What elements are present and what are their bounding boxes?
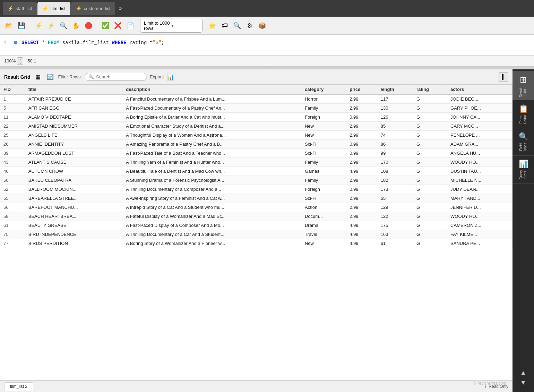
execute-current-button[interactable]: ⚡ xyxy=(45,20,57,31)
table-row[interactable]: 75BIRD INDEPENDENCEA Thrilling Documenta… xyxy=(0,230,513,239)
panel-toggle-button[interactable]: ▌ xyxy=(499,72,508,82)
table-row[interactable]: 5AFRICAN EGGA Fast-Paced Documentary of … xyxy=(0,104,513,113)
table-cell: 2.99 xyxy=(346,158,377,167)
table-row[interactable]: 77BIRDS PERDITIONA Boring Story of a Wom… xyxy=(0,239,513,248)
panel-resize-handle[interactable] xyxy=(0,67,534,69)
zoom-stepper[interactable]: ▴ ▾ xyxy=(17,57,23,65)
sql-editor[interactable]: 1 SELECT * FROM sakila.film_list WHERE r… xyxy=(0,35,534,56)
sidebar-item-field-types[interactable]: 🔍 FieldTypes xyxy=(513,128,534,156)
execute-button[interactable]: ⚡ xyxy=(33,20,44,31)
col-description[interactable]: description xyxy=(122,85,301,94)
check-button[interactable]: ✅ xyxy=(100,20,111,31)
zoom-down-icon[interactable]: ▾ xyxy=(17,61,23,65)
table-cell: New xyxy=(301,122,346,131)
zoom-up-icon[interactable]: ▴ xyxy=(17,58,23,61)
col-title[interactable]: title xyxy=(25,85,122,94)
table-cell: 117 xyxy=(377,94,413,104)
sidebar-down-arrow[interactable]: ▼ xyxy=(519,378,528,388)
bookmark-button[interactable]: ⭐ xyxy=(207,20,218,31)
table-cell: A Boring Story of a Womanizer And a Pion… xyxy=(122,239,301,248)
table-cell: A Boring Epistle of a Butler And a Cat w… xyxy=(122,113,301,122)
col-price[interactable]: price xyxy=(346,85,377,94)
table-cell: 25 xyxy=(0,131,25,140)
sidebar-arrows: ▲ ▼ xyxy=(513,365,534,391)
filter-search-input[interactable] xyxy=(96,74,138,79)
table-row[interactable]: 25ANGELS LIFEA Thoughtful Display of a W… xyxy=(0,131,513,140)
sidebar-item-result-grid[interactable]: ⊞ ResultGrid xyxy=(513,71,534,100)
tab-bar: ⚡ staff_list ⚡ film_list ⚡ customer_list… xyxy=(0,0,534,17)
col-length[interactable]: length xyxy=(377,85,413,94)
col-category[interactable]: category xyxy=(301,85,346,94)
table-cell: G xyxy=(413,194,447,203)
table-cell: A Fast-Paced Documentary of a Pastry Che… xyxy=(122,104,301,113)
stop-button[interactable]: 🛑 xyxy=(83,20,94,31)
table-row[interactable]: 52BALLROOM MOCKIN...A Thrilling Document… xyxy=(0,185,513,194)
explain-button[interactable]: 📄 xyxy=(125,20,136,31)
table-row[interactable]: 58BEACH HEARTBREA...A Fateful Display of… xyxy=(0,212,513,221)
sql-star: * xyxy=(39,39,48,46)
tab-customer-list[interactable]: ⚡ customer_list xyxy=(71,2,115,15)
table-row[interactable]: 61BEAUTY GREASEA Fast-Paced Display of a… xyxy=(0,221,513,230)
table-cell: ANGELA HU... xyxy=(447,149,513,158)
format-button[interactable]: ⚙ xyxy=(244,20,255,31)
table-cell: Foreign xyxy=(301,185,346,194)
snippet-button[interactable]: 🏷 xyxy=(219,20,230,31)
col-rating[interactable]: rating xyxy=(413,85,447,94)
hand-button[interactable]: ✋ xyxy=(70,20,81,31)
refresh-button[interactable]: 🔄 xyxy=(45,72,55,82)
sidebar-result-grid-label: ResultGrid xyxy=(519,87,527,97)
table-cell: Sci-Fi xyxy=(301,140,346,149)
sidebar-item-form-editor[interactable]: 📋 FormEditor xyxy=(513,100,534,128)
export-icon[interactable]: 📊 xyxy=(167,73,174,81)
save-button[interactable]: 💾 xyxy=(16,20,27,31)
table-cell: G xyxy=(413,149,447,158)
tab-film-list[interactable]: ⚡ film_list xyxy=(37,2,70,15)
table-cell: A Awe-Inspiring Story of a Feminist And … xyxy=(122,194,301,203)
sql-semicolon: ; xyxy=(161,39,164,46)
table-cell: BEACH HEARTBREA... xyxy=(25,212,122,221)
table-row[interactable]: 46AUTUMN CROWA Beautiful Tale of a Denti… xyxy=(0,167,513,176)
grid-columns-button[interactable]: ▦ xyxy=(33,72,43,82)
table-row[interactable]: 43ATLANTIS CAUSEA Thrilling Yarn of a Fe… xyxy=(0,158,513,167)
find-button[interactable]: 🔍 xyxy=(58,20,69,31)
tab-staff-list[interactable]: ⚡ staff_list xyxy=(3,2,37,15)
bottom-tab-film-list-2[interactable]: film_list 2 xyxy=(4,382,33,391)
table-cell: WOODY HO... xyxy=(447,212,513,221)
sidebar-up-arrow[interactable]: ▲ xyxy=(519,368,528,378)
toolbar-sep-1 xyxy=(30,21,30,31)
table-cell: 11 xyxy=(0,113,25,122)
table-cell: 2.99 xyxy=(346,122,377,131)
search-toolbar-button[interactable]: 🔍 xyxy=(232,20,243,31)
table-cell: A Thoughtful Display of a Woman And a As… xyxy=(122,131,301,140)
header-row: FID title description category price len… xyxy=(0,85,513,94)
table-cell: AUTUMN CROW xyxy=(25,167,122,176)
config-button[interactable]: 📦 xyxy=(257,20,268,31)
table-cell: 129 xyxy=(377,203,413,212)
table-cell: 86 xyxy=(377,140,413,149)
table-cell: BAKED CLEOPATRA xyxy=(25,176,122,185)
table-row[interactable]: 55BARBARELLA STREE...A Awe-Inspiring Sto… xyxy=(0,194,513,203)
table-row[interactable]: 26ANNIE IDENTITYA Amazing Panorama of a … xyxy=(0,140,513,149)
table-row[interactable]: 39ARMAGEDDON LOSTA Fast-Paced Tale of a … xyxy=(0,149,513,158)
filter-search-box[interactable]: 🔍 xyxy=(85,73,147,81)
cancel-button[interactable]: ❌ xyxy=(112,20,123,31)
table-row[interactable]: 22AMISTAD MIDSUMMERA Emotional Character… xyxy=(0,122,513,131)
table-cell: 182 xyxy=(377,176,413,185)
tab-overflow-button[interactable]: » xyxy=(116,5,124,11)
table-row[interactable]: 11ALAMO VIDEOTAPEA Boring Epistle of a B… xyxy=(0,113,513,122)
table-cell: Family xyxy=(301,104,346,113)
table-row[interactable]: 56BAREFOOT MANCHU...A Intrepid Story of … xyxy=(0,203,513,212)
open-folder-button[interactable]: 📂 xyxy=(3,20,15,31)
table-cell: 2.99 xyxy=(346,94,377,104)
table-cell: JENNIFER D... xyxy=(447,203,513,212)
table-row[interactable]: 1AFFAIR PREJUDICEA Fanciful Documentary … xyxy=(0,94,513,104)
sidebar-item-query-stats[interactable]: 📊 QueryStats xyxy=(513,156,534,184)
col-actors[interactable]: actors xyxy=(447,85,513,94)
sql-line-1: 1 SELECT * FROM sakila.film_list WHERE r… xyxy=(0,37,534,48)
col-fid[interactable]: FID xyxy=(0,85,25,94)
filter-rows-label: Filter Rows: xyxy=(58,74,82,79)
limit-select[interactable]: Limit to 1000 rows ▾ xyxy=(140,19,203,33)
table-row[interactable]: 50BAKED CLEOPATRAA Stunning Drama of a F… xyxy=(0,176,513,185)
limit-arrow-icon: ▾ xyxy=(171,23,199,28)
table-cell: AMISTAD MIDSUMMER xyxy=(25,122,122,131)
